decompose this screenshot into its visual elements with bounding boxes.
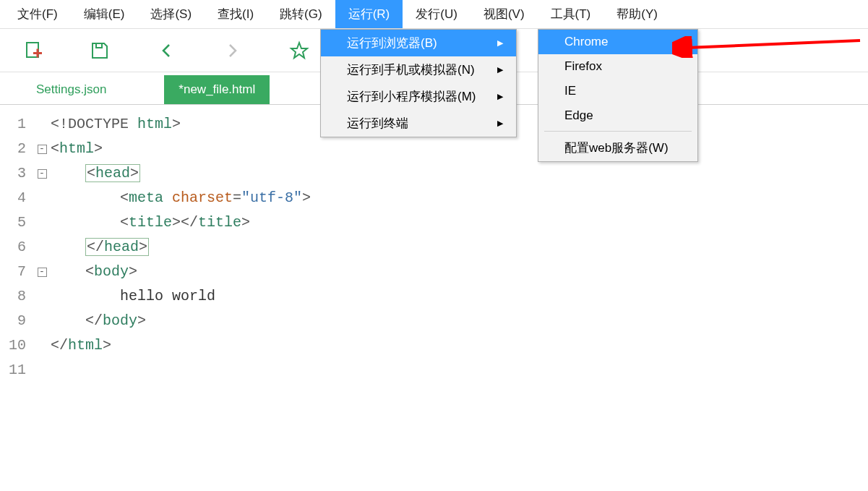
fold-gutter: - - -: [33, 112, 51, 383]
code-text: html: [59, 140, 94, 157]
code-text: [51, 165, 85, 182]
code-text: >: [94, 140, 103, 157]
submenu-arrow-icon: ▶: [497, 65, 503, 74]
code-text: hello world: [120, 288, 215, 304]
code-text: body: [103, 312, 137, 329]
code-text: >: [129, 263, 137, 280]
code-text: head: [95, 165, 130, 182]
line-number: 2: [0, 137, 26, 161]
menu-item-label: 运行到手机或模拟器(N): [347, 61, 475, 78]
code-text: title: [198, 214, 241, 231]
code-text: </: [85, 312, 103, 329]
menu-item-label: Chrome: [564, 35, 608, 49]
code-text: <: [85, 263, 94, 280]
save-icon[interactable]: [88, 39, 111, 62]
back-icon[interactable]: [155, 39, 178, 62]
menu-edit[interactable]: 编辑(E): [71, 0, 138, 28]
svg-marker-4: [291, 43, 307, 58]
menu-item-label: 运行到浏览器(B): [347, 35, 437, 51]
submenu-arrow-icon: ▶: [497, 38, 503, 48]
submenu-item-edge[interactable]: Edge: [538, 103, 697, 128]
new-file-icon[interactable]: [22, 39, 45, 62]
line-number: 8: [0, 284, 26, 309]
code-text: title: [129, 214, 172, 231]
code-text: body: [94, 263, 129, 280]
submenu-arrow-icon: ▶: [497, 119, 503, 128]
code-text: meta: [129, 189, 163, 206]
code-text: </: [181, 214, 198, 231]
submenu-item-config-webserver[interactable]: 配置web服务器(W): [538, 135, 697, 161]
menu-item-run-to-terminal[interactable]: 运行到终端 ▶: [321, 110, 516, 137]
menu-release[interactable]: 发行(U): [403, 0, 470, 28]
code-text: >: [103, 337, 111, 354]
code-text: >: [137, 312, 146, 329]
tab-settings[interactable]: Settings.json: [22, 75, 121, 104]
line-number: 1: [0, 112, 26, 137]
submenu-arrow-icon: ▶: [497, 92, 503, 101]
code-text: [51, 312, 85, 329]
submenu-item-chrome[interactable]: Chrome: [538, 30, 697, 54]
code-text: "utf-8": [241, 189, 302, 206]
svg-rect-2: [37, 48, 39, 57]
star-icon[interactable]: [288, 39, 311, 62]
code-text: [51, 239, 85, 255]
tab-newfile[interactable]: *new_file.html: [164, 75, 270, 104]
menu-find[interactable]: 查找(I): [205, 0, 267, 28]
menu-help[interactable]: 帮助(Y): [603, 0, 671, 28]
menu-view[interactable]: 视图(V): [470, 0, 538, 28]
menu-item-label: 运行到终端: [347, 115, 408, 132]
browser-submenu: Chrome Firefox IE Edge 配置web服务器(W): [538, 29, 698, 162]
forward-icon[interactable]: [221, 39, 244, 62]
code-text: [51, 214, 120, 231]
menu-file[interactable]: 文件(F): [4, 0, 71, 28]
code-text: </: [87, 239, 104, 255]
code-text: >: [302, 189, 311, 206]
code-editor[interactable]: 1 2 3 4 5 6 7 8 9 10 11 - - - <!DOCTYPE …: [0, 105, 868, 383]
run-dropdown: 运行到浏览器(B) ▶ 运行到手机或模拟器(N) ▶ 运行到小程序模拟器(M) …: [320, 29, 517, 137]
menu-tools[interactable]: 工具(T): [538, 0, 604, 28]
code-text: >: [241, 214, 250, 231]
code-text: >: [172, 116, 181, 132]
menu-separator: [544, 131, 692, 132]
code-text: <: [120, 214, 129, 231]
code-area[interactable]: <!DOCTYPE html> <html> <head> <meta char…: [51, 112, 311, 383]
submenu-item-firefox[interactable]: Firefox: [538, 54, 697, 79]
fold-toggle-icon[interactable]: -: [38, 268, 47, 277]
menu-item-label: 配置web服务器(W): [564, 140, 669, 156]
menu-run[interactable]: 运行(R): [335, 0, 403, 28]
code-text: [51, 263, 85, 280]
line-number-gutter: 1 2 3 4 5 6 7 8 9 10 11: [0, 112, 33, 383]
fold-toggle-icon[interactable]: -: [38, 145, 47, 154]
code-text: <!DOCTYPE: [51, 116, 137, 132]
menu-item-label: Firefox: [564, 59, 602, 74]
line-number: 4: [0, 186, 26, 210]
submenu-item-ie[interactable]: IE: [538, 79, 697, 103]
menu-select[interactable]: 选择(S): [137, 0, 205, 28]
line-number: 10: [0, 333, 26, 358]
menu-item-run-to-miniapp[interactable]: 运行到小程序模拟器(M) ▶: [321, 83, 516, 110]
menu-item-label: Edge: [564, 108, 593, 123]
menubar: 文件(F) 编辑(E) 选择(S) 查找(I) 跳转(G) 运行(R) 发行(U…: [0, 0, 868, 29]
code-text: >: [130, 165, 139, 182]
line-number: 11: [0, 358, 26, 383]
code-text: [51, 189, 120, 206]
code-text: <: [87, 165, 95, 182]
code-text: =: [233, 189, 241, 206]
code-text: html: [68, 337, 103, 354]
menu-item-label: 运行到小程序模拟器(M): [347, 88, 476, 105]
code-text: head: [104, 239, 139, 255]
code-text: html: [137, 116, 172, 132]
menu-goto[interactable]: 跳转(G): [267, 0, 335, 28]
code-text: charset: [172, 189, 233, 206]
code-text: >: [139, 239, 147, 255]
svg-rect-3: [96, 43, 102, 48]
fold-toggle-icon[interactable]: -: [38, 169, 47, 179]
line-number: 7: [0, 260, 26, 284]
menu-item-run-to-browser[interactable]: 运行到浏览器(B) ▶: [321, 30, 516, 56]
code-text: <: [51, 140, 59, 157]
line-number: 3: [0, 161, 26, 186]
code-text: <: [120, 189, 129, 206]
menu-item-label: IE: [564, 84, 576, 98]
menu-item-run-to-phone[interactable]: 运行到手机或模拟器(N) ▶: [321, 56, 516, 83]
code-text: </: [51, 337, 68, 354]
